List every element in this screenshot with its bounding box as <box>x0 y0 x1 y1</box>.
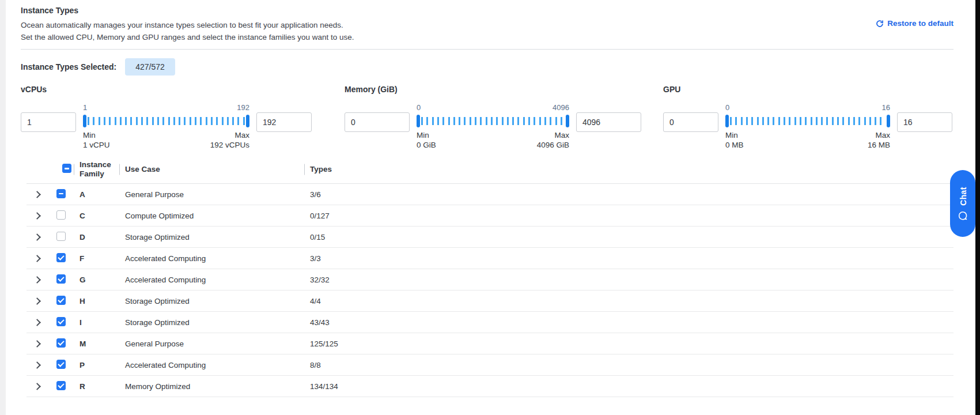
row-checkbox[interactable] <box>56 274 66 284</box>
memory-max-input[interactable] <box>576 112 641 132</box>
use-case-cell: Storage Optimized <box>119 233 304 242</box>
instance-family-cell: A <box>74 190 119 199</box>
memory-max-handle[interactable] <box>566 115 569 127</box>
selected-summary-label: Instance Types Selected: <box>21 62 116 71</box>
row-checkbox[interactable] <box>56 189 66 198</box>
table-body: A General Purpose 3/6 C Compute Optimize… <box>27 184 953 397</box>
header-text-block: Instance Types Ocean automatically manag… <box>21 6 354 43</box>
table-row[interactable]: D Storage Optimized 0/15 <box>27 227 953 248</box>
select-all-cell <box>56 164 74 175</box>
gpu-scale-min: 0 <box>725 103 729 112</box>
table-row[interactable]: C Compute Optimized 0/127 <box>27 205 953 227</box>
chevron-right-icon[interactable] <box>33 212 41 220</box>
vcpus-range-slider[interactable] <box>83 114 249 128</box>
memory-min-input[interactable] <box>345 112 410 132</box>
gpu-scale: 0 16 <box>725 103 890 112</box>
description-line-2: Set the allowed CPU, Memory and GPU rang… <box>21 31 354 43</box>
chevron-right-icon[interactable] <box>33 191 41 198</box>
types-cell: 125/125 <box>304 339 953 348</box>
description-line-1: Ocean automatically manages your instanc… <box>21 19 354 31</box>
gpu-scale-max: 16 <box>882 103 890 112</box>
gpu-max-handle[interactable] <box>887 115 890 127</box>
table-row[interactable]: A General Purpose 3/6 <box>27 184 953 205</box>
table-row[interactable]: F Accelerated Computing 3/3 <box>27 248 953 269</box>
page-title: Instance Types <box>21 6 354 15</box>
types-cell: 43/43 <box>304 318 953 327</box>
chevron-right-icon[interactable] <box>33 319 41 326</box>
use-case-cell: Memory Optimized <box>119 382 304 391</box>
row-checkbox[interactable] <box>56 232 66 241</box>
memory-scale: 0 4096 <box>417 103 569 112</box>
column-header-types: Types <box>304 165 953 174</box>
memory-range-slider[interactable] <box>417 114 569 128</box>
row-checkbox-cell <box>56 317 74 328</box>
restore-to-default-button[interactable]: Restore to default <box>876 19 953 28</box>
vcpus-scale: 1 192 <box>83 103 249 112</box>
instance-family-table: Instance Family Use Case Types A General… <box>27 156 953 397</box>
vcpus-max-handle[interactable] <box>246 115 249 127</box>
chat-button[interactable]: Chat <box>950 170 975 237</box>
restore-to-default-label: Restore to default <box>887 19 953 28</box>
chevron-right-icon[interactable] <box>33 233 41 241</box>
gpu-label: GPU <box>663 85 952 93</box>
memory-min-handle[interactable] <box>417 115 420 127</box>
chat-bubble-icon <box>958 210 968 220</box>
gpu-min-handle[interactable] <box>725 115 729 127</box>
selected-summary: Instance Types Selected: 427/572 <box>21 58 953 76</box>
row-checkbox[interactable] <box>56 210 66 220</box>
expander-cell <box>27 318 56 327</box>
gpu-max-input[interactable] <box>897 112 952 132</box>
row-checkbox[interactable] <box>56 296 66 305</box>
header-divider <box>21 49 953 50</box>
table-header-row: Instance Family Use Case Types <box>27 156 953 184</box>
gpu-min-input[interactable] <box>663 112 718 132</box>
chevron-right-icon[interactable] <box>33 340 41 348</box>
column-header-use-case: Use Case <box>119 165 304 174</box>
chevron-right-icon[interactable] <box>33 276 41 284</box>
select-all-checkbox[interactable] <box>62 164 71 173</box>
vcpus-label: vCPUs <box>21 85 312 93</box>
vcpus-slider-group: vCPUs 1 192 Min 1 vCPU <box>21 85 312 150</box>
row-checkbox[interactable] <box>56 381 66 390</box>
use-case-cell: Accelerated Computing <box>119 276 304 284</box>
instance-family-cell: D <box>74 233 119 242</box>
table-row[interactable]: I Storage Optimized 43/43 <box>27 312 953 333</box>
row-checkbox-cell <box>56 210 74 221</box>
vcpus-scale-max: 192 <box>237 103 249 112</box>
expander-cell <box>27 254 56 263</box>
expander-cell <box>27 233 56 242</box>
row-checkbox-cell <box>56 338 74 349</box>
instance-family-cell: P <box>74 361 119 369</box>
vcpus-min-input[interactable] <box>21 112 76 132</box>
chevron-right-icon[interactable] <box>33 361 41 369</box>
instance-family-cell: F <box>74 254 119 263</box>
chevron-right-icon[interactable] <box>33 383 41 390</box>
range-sliders-section: vCPUs 1 192 Min 1 vCPU <box>21 85 953 150</box>
vcpus-max-input[interactable] <box>256 112 312 132</box>
vcpus-min-handle[interactable] <box>83 115 86 127</box>
row-checkbox[interactable] <box>56 253 66 262</box>
row-checkbox[interactable] <box>56 317 66 326</box>
expander-cell <box>27 276 56 284</box>
vcpus-min-caption: Min 1 vCPU <box>83 130 110 150</box>
chevron-right-icon[interactable] <box>33 297 41 305</box>
row-checkbox[interactable] <box>56 360 66 369</box>
row-checkbox-cell <box>56 274 74 285</box>
gpu-max-caption: Max 16 MB <box>868 130 890 150</box>
table-row[interactable]: H Storage Optimized 4/4 <box>27 290 953 312</box>
use-case-cell: General Purpose <box>119 339 304 348</box>
types-cell: 4/4 <box>304 297 953 305</box>
expander-cell <box>27 212 56 220</box>
gpu-range-slider[interactable] <box>725 114 890 128</box>
table-row[interactable]: G Accelerated Computing 32/32 <box>27 269 953 290</box>
table-row[interactable]: R Memory Optimized 134/134 <box>27 376 953 397</box>
table-row[interactable]: M General Purpose 125/125 <box>27 333 953 354</box>
instance-family-cell: G <box>74 276 119 284</box>
table-row[interactable]: P Accelerated Computing 8/8 <box>27 354 953 376</box>
row-checkbox-cell <box>56 253 74 264</box>
memory-scale-min: 0 <box>417 103 421 112</box>
chevron-right-icon[interactable] <box>33 255 41 262</box>
use-case-cell: Storage Optimized <box>119 297 304 305</box>
right-edge <box>975 0 980 415</box>
row-checkbox[interactable] <box>56 338 66 348</box>
